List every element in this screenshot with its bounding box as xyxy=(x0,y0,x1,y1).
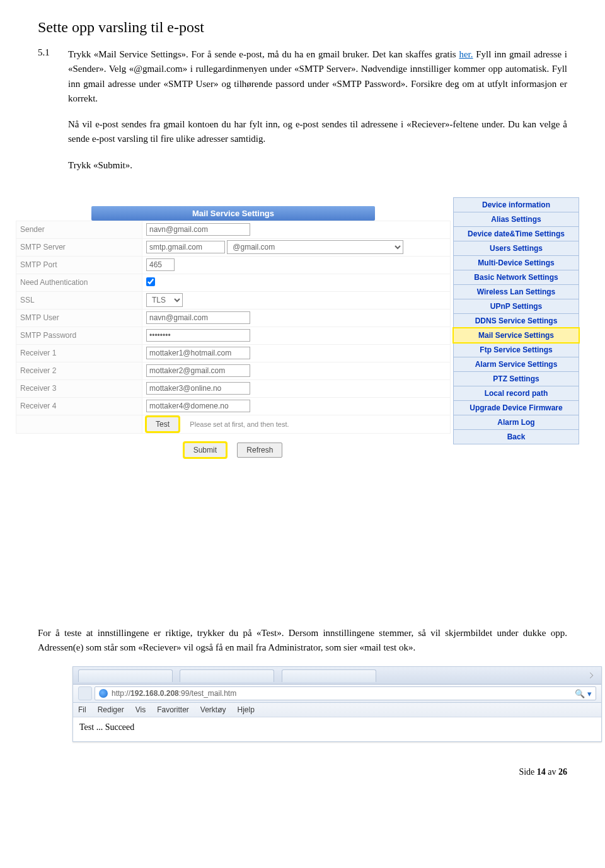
test-hint: Please set at first, and then test. xyxy=(181,420,289,428)
row-smtp-port: SMTP Port xyxy=(16,256,451,274)
row-ssl: SSL TLS xyxy=(16,291,451,309)
paragraph-4: For å teste at innstillingene er riktige… xyxy=(38,626,567,656)
url-pre: http:// xyxy=(112,689,130,698)
footer-total: 26 xyxy=(558,767,567,777)
browser-content: Test ... Succeed xyxy=(73,717,601,741)
label-smtp-password: SMTP Password xyxy=(16,327,142,344)
page-number: Side 14 av 26 xyxy=(519,767,567,777)
sidebar-item[interactable]: Alias Settings xyxy=(453,212,579,227)
row-receiver3: Receiver 3 xyxy=(16,379,451,397)
row-smtp-server: SMTP Server @gmail.com xyxy=(16,238,451,256)
label-ssl: SSL xyxy=(16,291,142,309)
url-bar: http://192.168.0.208:99/test_mail.htm 🔍 … xyxy=(73,685,601,703)
browser-tab[interactable] xyxy=(180,669,274,682)
sidebar-item[interactable]: UPnP Settings xyxy=(453,299,579,314)
url-post: :99/test_mail.htm xyxy=(179,689,236,698)
row-receiver4: Receiver 4 xyxy=(16,397,451,415)
label-smtp-user: SMTP User xyxy=(16,309,142,327)
receiver4-input[interactable] xyxy=(146,400,250,412)
smtp-server-input[interactable] xyxy=(146,241,225,253)
menu-item[interactable]: Fil xyxy=(78,705,86,714)
row-sender: Sender xyxy=(16,221,451,238)
sidebar-item[interactable]: Mail Service Settings xyxy=(453,328,579,343)
receiver2-input[interactable] xyxy=(146,364,250,377)
label-receiver4: Receiver 4 xyxy=(16,397,142,415)
url-box[interactable]: http://192.168.0.208:99/test_mail.htm 🔍 … xyxy=(95,686,596,700)
label-receiver1: Receiver 1 xyxy=(16,344,142,362)
menu-item[interactable]: Rediger xyxy=(98,705,124,714)
sidebar-item[interactable]: Basic Network Settings xyxy=(453,270,579,285)
gmail-link[interactable]: her. xyxy=(459,49,473,59)
sidebar-item[interactable]: Device date&Time Settings xyxy=(453,226,579,241)
bottom-buttons: Submit Refresh xyxy=(16,443,451,458)
sidebar-item[interactable]: Ftp Service Settings xyxy=(453,342,579,357)
settings-sidebar: Device informationAlias SettingsDevice d… xyxy=(453,196,579,461)
smtp-password-input[interactable] xyxy=(146,329,250,342)
menu-item[interactable]: Vis xyxy=(135,705,146,714)
sidebar-item[interactable]: Back xyxy=(453,429,579,444)
row-smtp-user: SMTP User xyxy=(16,309,451,327)
para1-pre: Trykk «Mail Service Settings». For å sen… xyxy=(68,49,459,59)
menu-item[interactable]: Favoritter xyxy=(157,705,189,714)
label-receiver3: Receiver 3 xyxy=(16,379,142,397)
footer-current: 14 xyxy=(537,767,546,777)
page-heading: Sette opp varsling til e-post xyxy=(38,19,567,36)
paragraph-2: Nå vil e-post sendes fra gmail kontoen d… xyxy=(68,117,567,147)
browser-tab[interactable] xyxy=(78,669,173,682)
ie-icon xyxy=(99,689,108,698)
browser-tabstrip xyxy=(73,667,601,685)
sidebar-item[interactable]: Alarm Log xyxy=(453,415,579,430)
form-pane: Mail Service Settings Sender SMTP Server… xyxy=(13,196,453,461)
sidebar-item[interactable]: Device information xyxy=(453,197,579,212)
search-icon[interactable]: 🔍 ▾ xyxy=(575,689,592,698)
row-receiver2: Receiver 2 xyxy=(16,362,451,379)
sidebar-item[interactable]: Alarm Service Settings xyxy=(453,357,579,372)
sidebar-item[interactable]: Upgrade Device Firmware xyxy=(453,400,579,415)
sidebar-item[interactable]: Wireless Lan Settings xyxy=(453,284,579,299)
row-smtp-password: SMTP Password xyxy=(16,327,451,344)
receiver3-input[interactable] xyxy=(146,382,250,395)
paragraph-1: Trykk «Mail Service Settings». For å sen… xyxy=(68,47,567,106)
numbered-paragraph: 5.1 Trykk «Mail Service Settings». For å… xyxy=(38,47,567,184)
refresh-button[interactable]: Refresh xyxy=(237,443,282,458)
settings-table: Sender SMTP Server @gmail.com SMTP Port … xyxy=(16,221,451,434)
url-host: 192.168.0.208 xyxy=(130,689,179,698)
sender-input[interactable] xyxy=(146,223,250,236)
label-sender: Sender xyxy=(16,221,142,238)
form-title: Mail Service Settings xyxy=(91,206,375,221)
row-need-auth: Need Authentication xyxy=(16,274,451,291)
need-auth-checkbox[interactable] xyxy=(146,277,155,286)
footer-pre: Side xyxy=(519,767,536,777)
smtp-user-input[interactable] xyxy=(146,311,250,324)
ssl-select[interactable]: TLS xyxy=(146,293,183,307)
footer-mid: av xyxy=(546,767,558,777)
sidebar-item[interactable]: Users Settings xyxy=(453,241,579,256)
menu-item[interactable]: Hjelp xyxy=(238,705,255,714)
sidebar-item[interactable]: PTZ Settings xyxy=(453,371,579,386)
menu-item[interactable]: Verktøy xyxy=(200,705,226,714)
label-need-auth: Need Authentication xyxy=(16,274,142,291)
row-test: Test Please set at first, and then test. xyxy=(16,415,451,433)
section-number: 5.1 xyxy=(38,47,68,184)
smtp-domain-select[interactable]: @gmail.com xyxy=(227,240,403,254)
submit-button[interactable]: Submit xyxy=(184,443,226,458)
paragraph-3: Trykk «Submit». xyxy=(68,158,567,173)
smtp-port-input[interactable] xyxy=(146,258,175,271)
browser-screenshot: http://192.168.0.208:99/test_mail.htm 🔍 … xyxy=(72,666,602,742)
browser-menubar: FilRedigerVisFavoritterVerktøyHjelp xyxy=(73,703,601,717)
browser-tab[interactable] xyxy=(282,669,376,682)
row-receiver1: Receiver 1 xyxy=(16,344,451,362)
settings-screenshot: Mail Service Settings Sender SMTP Server… xyxy=(13,195,580,462)
label-smtp-server: SMTP Server xyxy=(16,238,142,256)
test-button[interactable]: Test xyxy=(146,417,179,432)
label-smtp-port: SMTP Port xyxy=(16,256,142,274)
sidebar-item[interactable]: Multi-Device Settings xyxy=(453,255,579,270)
receiver1-input[interactable] xyxy=(146,347,250,359)
sidebar-item[interactable]: Local record path xyxy=(453,386,579,401)
sidebar-item[interactable]: DDNS Service Settings xyxy=(453,313,579,328)
label-receiver2: Receiver 2 xyxy=(16,362,142,379)
back-button[interactable] xyxy=(78,686,92,700)
